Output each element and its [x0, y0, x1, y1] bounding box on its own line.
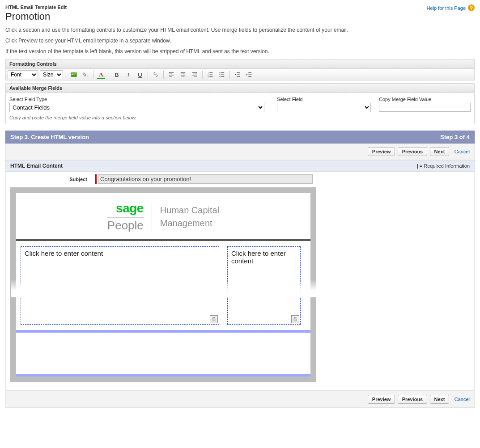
- subject-row: Subject: [10, 174, 470, 184]
- brand-tagline-1: Human Capital: [160, 204, 219, 217]
- email-canvas: sage People Human Capital Management Cli…: [11, 188, 316, 382]
- italic-icon[interactable]: I: [123, 70, 133, 79]
- page-header: HTML Email Template Edit Promotion Help …: [5, 4, 475, 22]
- previous-button[interactable]: Previous: [398, 147, 427, 156]
- brand-left: sage People: [107, 201, 144, 232]
- step-title: Step 3. Create HTML version: [10, 134, 89, 140]
- editor-columns: Click here to enter content Click here t…: [16, 241, 310, 330]
- help-icon[interactable]: ?: [468, 4, 475, 11]
- content-header-title: HTML Email Content: [10, 163, 63, 169]
- background-fill-icon[interactable]: [81, 70, 90, 79]
- separator: [229, 71, 230, 79]
- svg-point-7: [220, 76, 221, 77]
- separator: [163, 71, 164, 79]
- preview-button[interactable]: Preview: [368, 147, 395, 156]
- merge-fields-panel: Available Merge Fields Select Field Type…: [5, 83, 475, 124]
- underline-icon[interactable]: U: [135, 70, 145, 79]
- step-bar: Step 3. Create HTML version Step 3 of 4: [5, 131, 475, 144]
- indent-icon[interactable]: [244, 70, 254, 79]
- separator: [202, 71, 203, 79]
- merge-fields-header: Available Merge Fields: [6, 84, 474, 93]
- page-title: Promotion: [5, 11, 475, 22]
- blue-divider-strip: [16, 374, 310, 376]
- align-left-icon[interactable]: [166, 70, 176, 79]
- intro-p1: Click a section and use the formatting c…: [5, 27, 475, 33]
- align-center-icon[interactable]: [178, 70, 188, 79]
- email-canvas-outer: sage People Human Capital Management Cli…: [10, 187, 316, 382]
- required-bar-icon: |: [417, 163, 418, 169]
- intro-p3: If the text version of the template is l…: [5, 48, 475, 55]
- page-supertitle: HTML Email Template Edit: [5, 4, 475, 10]
- text-color-icon[interactable]: A: [96, 70, 106, 79]
- svg-point-1: [72, 74, 73, 75]
- content-region-right[interactable]: Click here to enter content: [227, 246, 301, 325]
- lock-icon[interactable]: [291, 315, 299, 323]
- font-select[interactable]: Font: [8, 70, 38, 79]
- subject-input[interactable]: [98, 174, 313, 184]
- intro-p2: Click Preview to see your HTML email tem…: [5, 38, 475, 44]
- svg-rect-9: [294, 319, 297, 321]
- preview-button[interactable]: Preview: [368, 395, 395, 404]
- copy-value-label: Copy Merge Field Value: [379, 97, 471, 102]
- required-note: |= Required Information: [417, 163, 470, 169]
- brand-logo-people: People: [107, 217, 144, 232]
- help-for-page-link[interactable]: Help for this Page: [427, 5, 466, 11]
- merge-fields-hint: Copy and paste the merge field value int…: [9, 115, 471, 120]
- cancel-link[interactable]: Cancel: [455, 149, 470, 154]
- separator: [93, 71, 93, 79]
- subject-label: Subject: [10, 177, 95, 182]
- outdent-icon[interactable]: [233, 70, 242, 79]
- svg-point-5: [220, 72, 221, 73]
- lock-icon[interactable]: [210, 315, 218, 323]
- formatting-controls-header: Formatting Controls: [6, 59, 474, 69]
- separator: [66, 71, 66, 79]
- separator: [148, 71, 148, 79]
- copy-value-input[interactable]: [379, 103, 471, 112]
- next-button[interactable]: Next: [430, 147, 450, 156]
- next-button[interactable]: Next: [430, 395, 450, 404]
- bold-icon[interactable]: B: [112, 70, 122, 79]
- field-type-label: Select Field Type: [9, 97, 269, 102]
- field-type-select[interactable]: Contact Fields: [9, 103, 264, 112]
- separator: [109, 71, 109, 79]
- bottom-button-strip: Preview Previous Next Cancel: [5, 391, 475, 408]
- formatting-controls-panel: Formatting Controls Font Size A B I U: [5, 59, 475, 80]
- insert-link-icon[interactable]: [151, 70, 161, 79]
- size-select[interactable]: Size: [40, 70, 63, 79]
- content-placeholder-right: Click here to enter content: [231, 249, 286, 265]
- bulleted-list-icon[interactable]: [217, 70, 227, 79]
- step-counter: Step 3 of 4: [440, 134, 470, 140]
- brand-logo-sage: sage: [107, 201, 144, 216]
- footer-spacer: [16, 333, 310, 374]
- cancel-link[interactable]: Cancel: [455, 397, 470, 402]
- email-inner: sage People Human Capital Management Cli…: [16, 193, 310, 376]
- align-right-icon[interactable]: [190, 70, 200, 79]
- top-button-strip: Preview Previous Next Cancel: [5, 144, 475, 160]
- brand-tagline-2: Management: [160, 217, 219, 230]
- content-header: HTML Email Content |= Required Informati…: [5, 160, 475, 172]
- brand-tagline: Human Capital Management: [160, 204, 219, 230]
- content-region-left[interactable]: Click here to enter content: [21, 246, 219, 325]
- numbered-list-icon[interactable]: 123: [205, 70, 215, 79]
- select-field-label: Select Field: [277, 97, 371, 102]
- content-placeholder-left: Click here to enter content: [25, 249, 103, 257]
- brand-divider: [152, 203, 152, 231]
- svg-rect-8: [212, 319, 215, 321]
- previous-button[interactable]: Previous: [398, 395, 427, 404]
- insert-image-icon[interactable]: [69, 70, 79, 79]
- formatting-toolbar: Font Size A B I U 12: [6, 69, 474, 80]
- content-body: Subject sage People Human Capital Manage…: [5, 172, 475, 391]
- brand-header: sage People Human Capital Management: [16, 193, 310, 241]
- svg-text:3: 3: [208, 76, 209, 78]
- svg-point-6: [220, 74, 221, 75]
- intro-text: Click a section and use the formatting c…: [5, 27, 475, 55]
- help-link-wrap: Help for this Page ?: [427, 4, 475, 11]
- select-field-select[interactable]: [277, 103, 371, 112]
